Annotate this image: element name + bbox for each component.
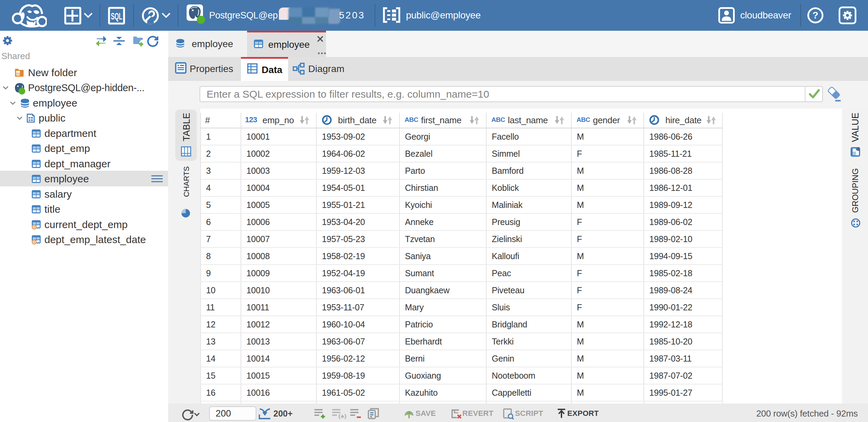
svg-text:?: ?: [812, 10, 818, 20]
svg-text:SQL: SQL: [111, 11, 122, 22]
